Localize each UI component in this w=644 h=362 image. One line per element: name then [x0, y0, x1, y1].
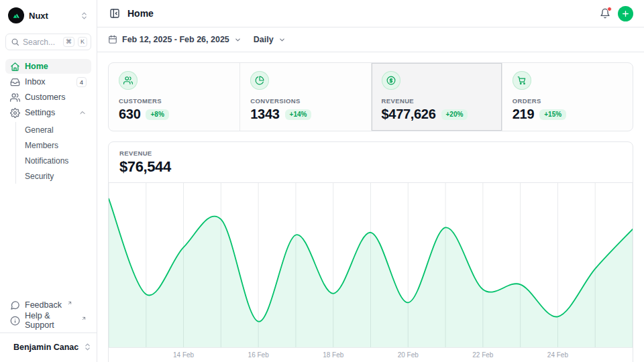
chevron-down-icon: [234, 36, 241, 44]
sidebar: Nuxt Search... ⌘ K Home Inbox 4 Customer…: [0, 0, 97, 362]
search-input[interactable]: Search... ⌘ K: [5, 34, 91, 50]
chart-total-value: $76,544: [119, 158, 622, 176]
nuxt-logo-icon: [8, 7, 24, 23]
chevron-up-icon: [78, 109, 87, 117]
stat-value: 219: [513, 107, 534, 122]
sidebar-nav: Home Inbox 4 Customers Settings General …: [5, 59, 91, 184]
x-tick-label: 22 Feb: [472, 351, 493, 359]
date-range-label: Feb 12, 2025 - Feb 26, 2025: [122, 35, 229, 44]
panel-left-icon: [109, 8, 120, 19]
users-icon: [119, 71, 138, 90]
stat-delta-badge: +20%: [441, 109, 468, 120]
x-tick-label: 20 Feb: [398, 351, 419, 359]
home-icon: [10, 62, 20, 72]
sidebar-item-label: Inbox: [25, 77, 72, 86]
sidebar-item-notifications[interactable]: Notifications: [16, 153, 91, 168]
chevrons-up-down-icon: [80, 11, 89, 20]
sidebar-item-inbox[interactable]: Inbox 4: [5, 74, 91, 89]
x-tick-label: 16 Feb: [248, 351, 269, 359]
collapse-sidebar-button[interactable]: [108, 7, 121, 20]
notifications-button[interactable]: [598, 7, 612, 20]
users-icon: [10, 93, 20, 103]
stat-delta-badge: +15%: [539, 109, 566, 120]
add-button[interactable]: [618, 6, 633, 21]
workspace-name: Nuxt: [29, 11, 75, 21]
stat-value: 630: [119, 107, 140, 122]
message-bubble-icon: [10, 300, 20, 310]
chart-header: REVENUE $76,544: [109, 142, 633, 183]
search-placeholder: Search...: [23, 38, 60, 47]
sidebar-item-label: Feedback: [25, 300, 62, 310]
search-icon: [11, 38, 19, 46]
chevrons-up-down-icon: [83, 343, 92, 351]
x-tick-label: 14 Feb: [173, 351, 194, 359]
date-range-picker[interactable]: Feb 12, 2025 - Feb 26, 2025: [108, 35, 241, 44]
filters-toolbar: Feb 12, 2025 - Feb 26, 2025 Daily: [97, 27, 644, 52]
dollar-circle-icon: [382, 71, 400, 90]
page-title: Home: [127, 8, 592, 19]
sidebar-item-settings[interactable]: Settings: [5, 105, 91, 120]
main-area: Home Feb 12, 2025 - Feb 26, 2025 Daily: [97, 0, 644, 362]
stat-card-revenue[interactable]: REVENUE $477,626 +20%: [371, 63, 502, 131]
calendar-icon: [108, 35, 117, 44]
pie-chart-icon: [250, 71, 269, 90]
sidebar-footer-nav: Feedback Help & Support: [5, 298, 91, 328]
stat-value: 1343: [250, 107, 279, 122]
revenue-chart-area[interactable]: [109, 183, 633, 348]
chart-x-labels: 14 Feb16 Feb18 Feb20 Feb22 Feb24 Feb: [109, 348, 633, 362]
inbox-icon: [10, 77, 20, 87]
granularity-select[interactable]: Daily: [254, 35, 286, 44]
stat-card-orders[interactable]: ORDERS 219 +15%: [502, 63, 633, 131]
sidebar-item-members[interactable]: Members: [16, 137, 91, 153]
workspace-switcher[interactable]: Nuxt: [5, 6, 91, 25]
sidebar-item-label: Help & Support: [25, 311, 76, 330]
app-window: Nuxt Search... ⌘ K Home Inbox 4 Customer…: [0, 0, 644, 362]
settings-subnav: General Members Notifications Security: [15, 122, 91, 184]
gear-icon: [10, 108, 20, 118]
sidebar-item-home[interactable]: Home: [5, 59, 91, 74]
inbox-count-badge: 4: [76, 77, 87, 87]
sidebar-spacer: [5, 184, 91, 298]
page-content: CUSTOMERS 630 +8% CONVERSIONS 1343 +14%: [97, 52, 644, 362]
top-header: Home: [97, 0, 644, 27]
stat-label: CUSTOMERS: [119, 97, 229, 105]
x-tick-label: 18 Feb: [323, 351, 343, 359]
sidebar-item-label: Customers: [25, 93, 87, 102]
chevron-down-icon: [278, 36, 286, 44]
user-section: Benjamin Canac: [0, 333, 97, 357]
notification-dot: [607, 7, 612, 11]
sidebar-item-feedback[interactable]: Feedback: [5, 298, 91, 312]
revenue-chart-card: REVENUE $76,544 14 Feb16 Feb18 Feb20 Feb…: [108, 141, 633, 362]
stat-label: ORDERS: [513, 97, 623, 105]
stats-row: CUSTOMERS 630 +8% CONVERSIONS 1343 +14%: [108, 62, 633, 131]
sidebar-item-customers[interactable]: Customers: [5, 90, 91, 105]
stat-delta-badge: +14%: [285, 109, 312, 120]
chart-title: REVENUE: [119, 149, 622, 157]
sidebar-item-label: Home: [25, 62, 87, 71]
granularity-label: Daily: [254, 35, 274, 44]
stat-value: $477,626: [382, 107, 436, 122]
sidebar-item-label: Settings: [25, 108, 74, 117]
sidebar-item-help-support[interactable]: Help & Support: [5, 313, 91, 328]
user-name: Benjamin Canac: [13, 343, 78, 352]
stat-card-customers[interactable]: CUSTOMERS 630 +8%: [109, 63, 239, 131]
stat-delta-badge: +8%: [146, 109, 168, 120]
info-circle-icon: [10, 316, 20, 326]
stat-label: REVENUE: [382, 97, 492, 105]
kbd-k: K: [78, 37, 87, 47]
user-menu[interactable]: Benjamin Canac: [5, 337, 91, 357]
external-link-icon: [67, 300, 72, 306]
cart-icon: [513, 71, 531, 90]
kbd-meta: ⌘: [63, 37, 74, 47]
plus-icon: [621, 9, 630, 18]
stat-card-conversions[interactable]: CONVERSIONS 1343 +14%: [239, 63, 370, 131]
stat-label: CONVERSIONS: [250, 97, 360, 105]
external-link-icon: [81, 316, 87, 321]
sidebar-item-security[interactable]: Security: [16, 168, 91, 184]
revenue-chart: [109, 183, 633, 348]
x-tick-label: 24 Feb: [547, 351, 568, 359]
sidebar-item-general[interactable]: General: [16, 122, 91, 137]
